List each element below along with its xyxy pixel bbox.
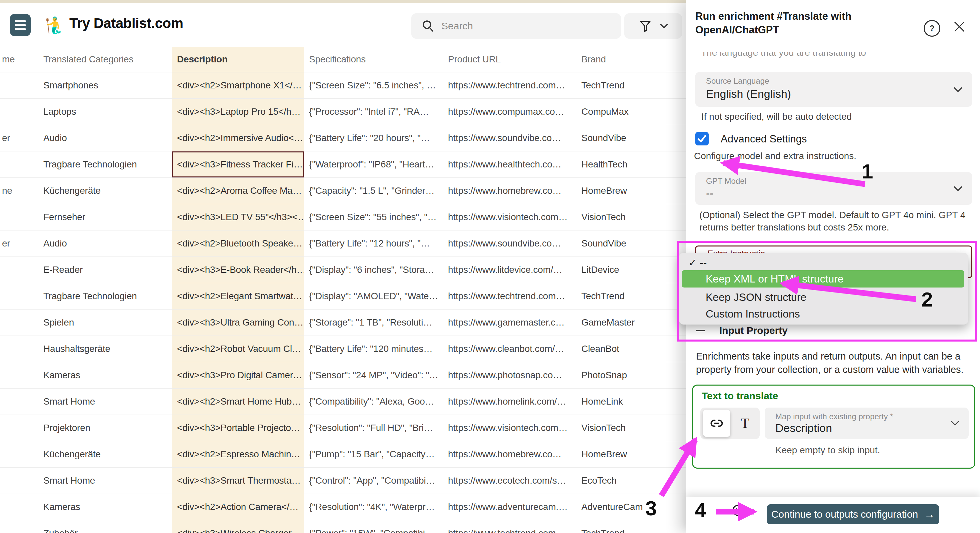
cell-description[interactable]: <div><h2>Smartphone X1</…: [172, 72, 304, 98]
cell-description[interactable]: <div><h2>Robot Vacuum Cl…: [172, 336, 304, 362]
cell-brand[interactable]: HomeBrew: [577, 178, 686, 204]
table-row[interactable]: Zubehör<div><h3>Wireless Charger…{"Power…: [0, 520, 686, 533]
cell-category[interactable]: Küchengeräte: [39, 441, 172, 467]
cell-description[interactable]: <div><h3>Smart Thermosta…: [172, 468, 304, 494]
table-row[interactable]: Projektoren<div><h3>Portable Projecto…{"…: [0, 415, 686, 441]
feedback-face-icon[interactable]: [731, 504, 745, 517]
cell-specifications[interactable]: {"Sensor": "24 MP", "Video": "…: [304, 362, 443, 388]
filter-button[interactable]: [624, 13, 682, 39]
cell-description[interactable]: <div><h3>Portable Projecto…: [172, 415, 304, 441]
menu-option[interactable]: Keep XML or HTML structure: [682, 270, 964, 287]
cell-specifications[interactable]: {"Waterproof": "IP68", "Heart…: [304, 152, 443, 177]
search-input[interactable]: [441, 20, 602, 32]
cell-product_url[interactable]: https://www.compumax.co…: [443, 99, 577, 125]
table-row[interactable]: Tragbare Technologien<div><h2>Elegant Sm…: [0, 283, 686, 310]
cell-name[interactable]: ne: [0, 178, 39, 204]
cell-specifications[interactable]: {"Display": "6 inches", "Stora…: [304, 257, 443, 283]
menu-option[interactable]: Keep JSON structure: [679, 290, 968, 304]
cell-description[interactable]: <div><h3>Fitness Tracker Fi…: [172, 152, 304, 177]
cell-specifications[interactable]: {"Battery Life": "20 hours", "…: [304, 125, 443, 151]
cell-product_url[interactable]: https://www.visiontech.com…: [443, 204, 577, 230]
cell-specifications[interactable]: {"Storage": "1 TB", "Resoluti…: [304, 310, 443, 335]
cell-category[interactable]: Küchengeräte: [39, 178, 172, 204]
cell-specifications[interactable]: {"Screen Size": "55 inches", "…: [304, 204, 443, 230]
cell-description[interactable]: <div><h3>Laptop Pro 15</h…: [172, 99, 304, 125]
cell-name[interactable]: [0, 99, 39, 125]
table-row[interactable]: Tragbare Technologien<div><h3>Fitness Tr…: [0, 152, 686, 178]
cell-name[interactable]: [0, 494, 39, 520]
table-row[interactable]: Kameras<div><h3>Pro Digital Camer…{"Sens…: [0, 362, 686, 389]
cell-description[interactable]: <div><h2>Bluetooth Speake…: [172, 230, 304, 257]
column-header-translated-categories[interactable]: Translated Categories: [39, 47, 172, 72]
cell-brand[interactable]: GameMaster: [577, 310, 686, 335]
gpt-model-select[interactable]: GPT Model --: [695, 172, 972, 205]
cell-name[interactable]: [0, 257, 39, 283]
cell-category[interactable]: Smart Home: [39, 389, 172, 415]
cell-name[interactable]: [0, 520, 39, 533]
cell-product_url[interactable]: https://www.cleanbot.com/…: [443, 336, 577, 362]
continue-button[interactable]: Continue to outputs configuration →: [767, 504, 939, 524]
cell-description[interactable]: <div><h3>LED TV 55"</h3><…: [172, 204, 304, 230]
cell-brand[interactable]: TechTrend: [577, 283, 686, 309]
cell-brand[interactable]: HomeLink: [577, 389, 686, 415]
cell-product_url[interactable]: https://www.homebrew.co…: [443, 178, 577, 204]
close-button[interactable]: [952, 19, 967, 34]
cell-brand[interactable]: LitDevice: [577, 257, 686, 283]
table-row[interactable]: Fernseher<div><h3>LED TV 55"</h3><…{"Scr…: [0, 204, 686, 230]
cell-specifications[interactable]: {"Control": "App", "Compatibi…: [304, 468, 443, 494]
cell-name[interactable]: [0, 441, 39, 467]
cell-brand[interactable]: AdventureCam: [577, 494, 686, 520]
table-row[interactable]: erAudio<div><h2>Bluetooth Speake…{"Batte…: [0, 230, 686, 257]
cell-description[interactable]: <div><h2>Action Camera</…: [172, 494, 304, 520]
map-property-toggle-button[interactable]: [703, 410, 730, 437]
cell-name[interactable]: [0, 310, 39, 335]
map-input-property-select[interactable]: Map input with existing property * Descr…: [765, 408, 969, 439]
cell-name[interactable]: [0, 389, 39, 415]
cell-category[interactable]: Smartphones: [39, 72, 172, 98]
cell-specifications[interactable]: {"Resolution": "Full HD", "Bri…: [304, 415, 443, 441]
cell-product_url[interactable]: https://www.litdevice.com/…: [443, 257, 577, 283]
cell-specifications[interactable]: {"Resolution": "4K", "Waterpr…: [304, 494, 443, 520]
cell-product_url[interactable]: https://www.soundvibe.co…: [443, 230, 577, 257]
cell-specifications[interactable]: {"Screen Size": "6.5 inches", …: [304, 72, 443, 98]
help-button[interactable]: ?: [924, 20, 940, 37]
table-row[interactable]: Haushaltsgeräte<div><h2>Robot Vacuum Cl……: [0, 336, 686, 362]
cell-brand[interactable]: HealthTech: [577, 152, 686, 177]
cell-category[interactable]: Projektoren: [39, 415, 172, 441]
cell-product_url[interactable]: https://www.photosnap.co…: [443, 362, 577, 388]
cell-description[interactable]: <div><h3>E-Book Reader</h…: [172, 257, 304, 283]
cell-product_url[interactable]: https://www.healthtech.co…: [443, 152, 577, 177]
table-row[interactable]: Smart Home<div><h2>Smart Home Hub…{"Comp…: [0, 389, 686, 415]
input-property-section-header[interactable]: Input Property: [696, 325, 788, 336]
cell-description[interactable]: <div><h2>Aroma Coffee Ma…: [172, 178, 304, 204]
table-row[interactable]: neKüchengeräte<div><h2>Aroma Coffee Ma…{…: [0, 178, 686, 204]
cell-name[interactable]: [0, 468, 39, 494]
cell-brand[interactable]: TechTrend: [577, 72, 686, 98]
cell-name[interactable]: [0, 336, 39, 362]
table-row[interactable]: Smartphones<div><h2>Smartphone X1</…{"Sc…: [0, 72, 686, 99]
cell-name[interactable]: [0, 283, 39, 309]
cell-name[interactable]: [0, 152, 39, 177]
table-row[interactable]: erAudio<div><h2>Immersive Audio<…{"Batte…: [0, 125, 686, 152]
cell-brand[interactable]: VisionTech: [577, 415, 686, 441]
column-header-specifications[interactable]: Specifications: [304, 47, 443, 72]
cell-product_url[interactable]: https://www.soundvibe.co…: [443, 125, 577, 151]
cell-description[interactable]: <div><h3>Wireless Charger…: [172, 520, 304, 533]
cell-category[interactable]: E-Reader: [39, 257, 172, 283]
cell-name[interactable]: [0, 415, 39, 441]
cell-category[interactable]: Spielen: [39, 310, 172, 335]
cell-description[interactable]: <div><h3>Pro Digital Camer…: [172, 362, 304, 388]
table-row[interactable]: E-Reader<div><h3>E-Book Reader</h…{"Disp…: [0, 257, 686, 283]
cell-category[interactable]: Haushaltsgeräte: [39, 336, 172, 362]
cell-name[interactable]: [0, 362, 39, 388]
cell-category[interactable]: Tragbare Technologien: [39, 283, 172, 309]
cell-brand[interactable]: SoundVibe: [577, 230, 686, 257]
cell-product_url[interactable]: https://www.homelink.com/…: [443, 389, 577, 415]
cell-category[interactable]: Laptops: [39, 99, 172, 125]
cell-category[interactable]: Kameras: [39, 494, 172, 520]
cell-product_url[interactable]: https://www.homebrew.co…: [443, 441, 577, 467]
menu-button[interactable]: [10, 14, 31, 36]
cell-category[interactable]: Zubehör: [39, 520, 172, 533]
cell-brand[interactable]: EcoTech: [577, 468, 686, 494]
cell-brand[interactable]: HomeBrew: [577, 441, 686, 467]
